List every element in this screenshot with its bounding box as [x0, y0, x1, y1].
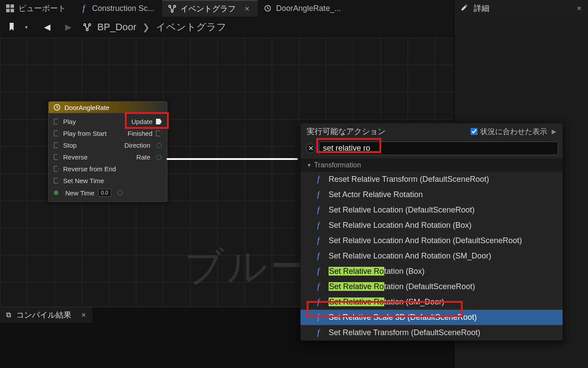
pin-rate[interactable]: Rate: [136, 153, 162, 161]
ctx-item-label: Set Relative Transform (DefaultSceneRoot…: [329, 328, 480, 337]
pin-set-new-time[interactable]: Set New Time: [54, 177, 104, 184]
svg-point-6: [171, 10, 174, 12]
clock-icon: [53, 103, 61, 111]
ctx-item-label: Set Relative Location And Rotation (Defa…: [329, 236, 522, 245]
ctx-item[interactable]: fSet Relative Location (DefaultSceneRoot…: [301, 202, 563, 218]
close-icon[interactable]: ✕: [577, 5, 582, 12]
pin-update[interactable]: Update: [131, 118, 162, 125]
ctx-item[interactable]: fSet Relative Rotation (SM_Door): [301, 294, 563, 310]
grid-icon: [6, 4, 14, 12]
tab-construction-script[interactable]: f Construction Sc...: [74, 0, 162, 17]
ctx-item-label: Set Relative Rotation (DefaultSceneRoot): [329, 282, 475, 291]
breadcrumb-root[interactable]: BP_Door: [97, 21, 136, 33]
ctx-item-label: Set Relative Location (DefaultSceneRoot): [329, 205, 475, 215]
function-icon: f: [317, 190, 323, 199]
context-checkbox[interactable]: [471, 128, 478, 135]
chevron-right-icon: ▶: [552, 128, 556, 135]
tab-details[interactable]: 詳細 ✕: [454, 0, 588, 17]
svg-point-10: [86, 28, 89, 31]
ctx-item[interactable]: fSet Actor Relative Rotation: [301, 187, 563, 202]
function-icon: f: [317, 251, 323, 261]
pencil-icon: [460, 4, 468, 14]
ctx-item[interactable]: fReset Relative Transform (DefaultSceneR…: [301, 172, 563, 187]
ctx-group-transformation[interactable]: ▼ Transformation: [301, 159, 563, 172]
function-icon: f: [80, 4, 88, 12]
tab-label: Construction Sc...: [92, 4, 154, 13]
context-sensitive-toggle[interactable]: 状況に合わせた表示 ▶: [471, 127, 556, 137]
ctx-item-label: Set Relative Location And Rotation (SM_D…: [329, 251, 491, 261]
ctx-title: 実行可能なアクション: [307, 126, 386, 137]
nav-forward-button[interactable]: ►: [62, 21, 74, 33]
new-time-input[interactable]: [98, 189, 111, 197]
watermark: ブルー: [184, 240, 312, 294]
graph-icon: [83, 23, 91, 31]
pin-reverse[interactable]: Reverse: [54, 153, 88, 161]
tab-label: DoorAngleRate_...: [276, 4, 341, 13]
tab-label: ビューポート: [18, 3, 66, 14]
ctx-item[interactable]: fSet Relative Rotation (Box): [301, 264, 563, 279]
function-icon: f: [317, 205, 323, 215]
tab-label: イベントグラフ: [181, 4, 236, 14]
ctx-item-label: Reset Relative Transform (DefaultSceneRo…: [329, 175, 489, 184]
timeline-node[interactable]: DoorAngleRate Play Update Play from Star…: [48, 101, 167, 202]
tab-timeline[interactable]: DoorAngleRate_...: [258, 0, 349, 17]
ctx-item[interactable]: fSet Relative Location And Rotation (SM_…: [301, 248, 563, 264]
chevron-right-icon: ❯: [142, 22, 150, 32]
action-context-menu: 実行可能なアクション 状況に合わせた表示 ▶ ✕ ▼ Transformatio…: [300, 123, 563, 341]
exec-wire: [166, 158, 298, 160]
graph-icon: [168, 5, 176, 13]
action-search-input[interactable]: [319, 142, 558, 155]
pin-finished[interactable]: Finished: [128, 130, 162, 137]
tab-compile-results[interactable]: ⧉ コンパイル結果 ✕: [0, 307, 92, 323]
details-label: 詳細: [474, 3, 489, 14]
ctx-item[interactable]: fSet Relative Rotation (DefaultSceneRoot…: [301, 279, 563, 294]
ctx-item-label: Set Relative Location And Rotation (Box): [329, 221, 471, 230]
svg-rect-0: [6, 4, 10, 8]
svg-rect-3: [11, 9, 14, 12]
ctx-item-label: Set Relative Rotation (Box): [329, 267, 425, 276]
nav-back-button[interactable]: ◄: [41, 21, 53, 33]
node-body: Play Update Play from Start Finished Sto…: [49, 113, 167, 202]
node-header[interactable]: DoorAngleRate: [49, 102, 167, 113]
function-icon: f: [317, 236, 323, 245]
function-icon: f: [317, 175, 323, 184]
ctx-item-label: Set Relative Rotation (SM_Door): [329, 297, 444, 307]
breadcrumb: BP_Door ❯ イベントグラフ: [83, 21, 227, 34]
function-icon: f: [317, 297, 323, 307]
ctx-item-label: Set Actor Relative Rotation: [329, 190, 423, 199]
pin-stop[interactable]: Stop: [54, 142, 77, 149]
breadcrumb-current[interactable]: イベントグラフ: [156, 21, 227, 34]
chevron-down-icon[interactable]: ▾: [20, 21, 32, 33]
compile-label: コンパイル結果: [16, 310, 71, 320]
close-icon[interactable]: ✕: [81, 311, 86, 318]
ctx-item[interactable]: fSet Relative Location And Rotation (Def…: [301, 233, 563, 248]
svg-rect-2: [6, 9, 10, 12]
ctx-item[interactable]: fSet Relative Scale 3D (DefaultSceneRoot…: [301, 310, 563, 325]
clear-search-button[interactable]: ✕: [306, 144, 315, 153]
ctx-item[interactable]: fSet Relative Transform (DefaultSceneRoo…: [301, 325, 563, 340]
function-icon: f: [317, 328, 323, 337]
close-icon[interactable]: ✕: [244, 5, 250, 12]
tab-event-graph[interactable]: イベントグラフ ✕: [162, 0, 258, 17]
pin-new-time[interactable]: New Time: [54, 189, 123, 197]
pin-reverse-from-end[interactable]: Reverse from End: [54, 165, 116, 173]
svg-rect-1: [11, 4, 14, 8]
ctx-item-label: Set Relative Scale 3D (DefaultSceneRoot): [329, 313, 477, 322]
function-icon: f: [317, 282, 323, 291]
tab-viewport[interactable]: ビューポート: [0, 0, 74, 17]
pin-play[interactable]: Play: [54, 118, 76, 125]
ctx-item[interactable]: fSet Relative Location And Rotation (Box…: [301, 218, 563, 233]
function-icon: f: [317, 313, 323, 322]
terminal-icon: ⧉: [6, 311, 11, 319]
function-icon: f: [317, 221, 323, 230]
node-title: DoorAngleRate: [64, 104, 110, 111]
caret-down-icon: ▼: [307, 163, 312, 168]
bookmark-icon[interactable]: [6, 21, 18, 33]
pin-direction[interactable]: Direction: [124, 142, 162, 149]
function-icon: f: [317, 267, 323, 276]
clock-icon: [264, 4, 272, 12]
ctx-header: 実行可能なアクション 状況に合わせた表示 ▶: [301, 123, 563, 140]
pin-play-from-start[interactable]: Play from Start: [54, 130, 106, 137]
